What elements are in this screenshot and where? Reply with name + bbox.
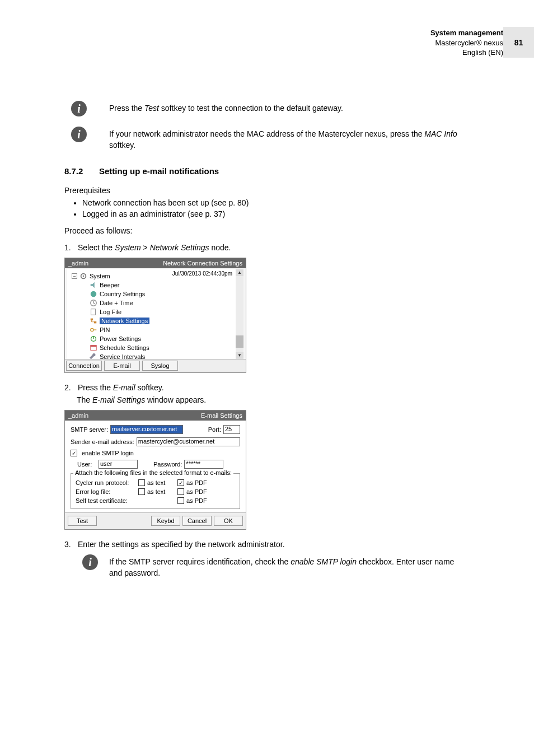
window-titlebar: _admin E-mail Settings (65, 410, 246, 421)
titlebar-right: E-mail Settings (201, 412, 242, 419)
softkey-bar: Test Keybd Cancel OK (65, 512, 246, 529)
header-title: System management (430, 28, 503, 38)
svg-marker-2 (91, 282, 95, 288)
port-input[interactable]: 25 (223, 425, 240, 434)
enable-smtp-label: enable SMTP login (82, 450, 134, 456)
syslog-button[interactable]: Syslog (142, 361, 178, 371)
titlebar-left: _admin (68, 412, 88, 419)
user-label: User: (77, 461, 96, 468)
as-pdf-checkbox[interactable] (177, 497, 184, 504)
info-note-text: If the SMTP server requires identificati… (109, 554, 467, 578)
calendar-icon (90, 344, 97, 352)
password-input[interactable]: ****** (184, 460, 223, 469)
info-note-text: Press the Test softkey to test the conne… (109, 101, 467, 114)
wrench-icon (90, 353, 97, 361)
as-text-checkbox[interactable] (138, 488, 145, 495)
tree-node-power[interactable]: Power Settings (71, 334, 233, 343)
info-note-text: If your network administrator needs the … (109, 127, 467, 151)
attach-row-label: Cycler run protocol: (76, 479, 138, 486)
ok-button[interactable]: OK (214, 516, 243, 526)
tree-node-pin[interactable]: PIN (71, 325, 233, 334)
prerequisites-label: Prerequisites (64, 186, 467, 195)
clock-icon (90, 299, 97, 307)
timestamp: Jul/30/2013 02:44:30pm (172, 269, 236, 277)
tree-toggle-icon[interactable]: − (72, 273, 77, 279)
header-subtitle: Mastercycler® nexus (430, 38, 503, 48)
attach-row-label: Error log file: (76, 488, 138, 495)
page-header: System management Mastercycler® nexus En… (430, 28, 503, 58)
attach-row-label: Self test certificate: (76, 497, 138, 504)
key-icon (90, 326, 97, 334)
password-label: Password: (153, 461, 182, 468)
keybd-button[interactable]: Keybd (151, 516, 180, 526)
window-titlebar: _admin Network Connection Settings (65, 258, 246, 268)
titlebar-left: _admin (68, 260, 88, 267)
titlebar-right: Network Connection Settings (163, 260, 242, 267)
tree-label-selected: Network Settings (100, 318, 149, 324)
tree-node-logfile[interactable]: Log File (71, 307, 233, 316)
globe-icon (90, 290, 97, 298)
svg-rect-5 (91, 309, 96, 315)
power-icon (90, 335, 97, 343)
prerequisites-list: Network connection has been set up (see … (74, 198, 467, 218)
tree-node-service[interactable]: Service Intervals (71, 352, 233, 361)
smtp-server-input[interactable]: mailserver.customer.net (110, 425, 183, 434)
section-number: 8.7.2 (64, 166, 99, 176)
svg-point-8 (91, 329, 93, 332)
list-item: Network connection has been set up (see … (82, 198, 467, 207)
network-icon (90, 317, 97, 325)
info-note-mac: i If your network administrator needs th… (64, 127, 467, 151)
scroll-up-button[interactable]: ▲ (236, 269, 243, 276)
scrollbar-thumb[interactable] (236, 335, 243, 348)
sender-label: Sender e-mail address: (71, 438, 134, 445)
attach-group: Attach the following files in the select… (71, 473, 240, 509)
as-pdf-checkbox[interactable]: ✓ (177, 479, 184, 486)
as-text-checkbox[interactable] (138, 479, 145, 486)
speaker-icon (90, 281, 97, 289)
header-lang: English (EN) (430, 48, 503, 58)
list-item: Logged in as an administrator (see p. 37… (82, 209, 467, 218)
proceed-label: Proceed as follows: (64, 226, 467, 235)
tree-node-datetime[interactable]: Date + Time (71, 298, 233, 307)
port-label: Port: (208, 426, 221, 433)
user-input[interactable]: user (99, 460, 138, 469)
step-1: 1. Select the System > Network Settings … (64, 243, 467, 252)
email-button[interactable]: E-mail (104, 361, 140, 371)
attach-legend: Attach the following files in the select… (73, 469, 233, 476)
sender-email-input[interactable]: mastercycler@customer.net (137, 437, 240, 446)
step-3: 3. Enter the settings as specified by th… (64, 540, 467, 549)
svg-rect-6 (91, 319, 93, 321)
tree-node-schedule[interactable]: Schedule Settings (71, 343, 233, 352)
info-note-smtp: i If the SMTP server requires identifica… (76, 554, 467, 578)
test-button[interactable]: Test (68, 516, 97, 526)
svg-rect-11 (91, 346, 97, 347)
tree-node-network-settings[interactable]: Network Settings (71, 316, 233, 325)
info-icon: i (71, 101, 87, 116)
enable-smtp-checkbox[interactable]: ✓ (71, 450, 77, 456)
section-title: Setting up e-mail notifications (99, 166, 219, 176)
connection-button[interactable]: Connection (66, 361, 102, 371)
tree-node-country[interactable]: Country Settings (71, 290, 233, 298)
cancel-button[interactable]: Cancel (182, 516, 212, 526)
screenshot-network-settings: _admin Network Connection Settings Jul/3… (64, 258, 246, 373)
gear-icon (79, 272, 87, 280)
page-number: 81 (503, 27, 534, 58)
info-icon: i (71, 127, 87, 142)
smtp-label: SMTP server: (71, 426, 108, 433)
settings-tree[interactable]: Jul/30/2013 02:44:30pm ▲ ▼ − System Beep… (67, 269, 243, 359)
screenshot-email-settings: _admin E-mail Settings SMTP server: mail… (64, 410, 246, 530)
tree-node-beeper[interactable]: Beeper (71, 281, 233, 290)
as-pdf-checkbox[interactable] (177, 488, 184, 495)
svg-point-1 (83, 276, 85, 277)
section-heading: 8.7.2Setting up e-mail notifications (64, 166, 467, 176)
scroll-down-button[interactable]: ▼ (236, 352, 243, 359)
info-icon: i (82, 554, 98, 570)
svg-point-3 (91, 291, 97, 297)
file-icon (90, 308, 97, 316)
step-2: 2. Press the E-mail softkey. The E-mail … (64, 383, 467, 404)
info-note-test: i Press the Test softkey to test the con… (64, 101, 467, 116)
